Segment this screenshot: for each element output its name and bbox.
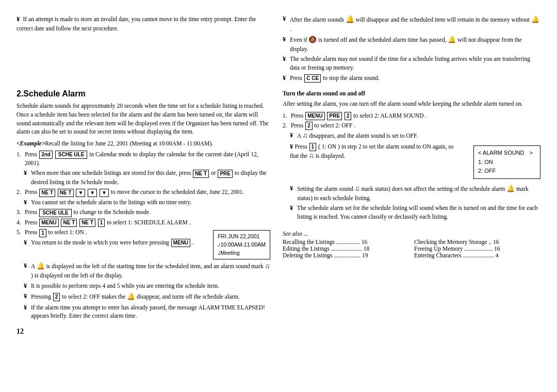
step-2-text: Press NE T NE T ▼ ▼ ▼ to move the cursor… [25, 188, 244, 197]
cce-key: C CE [304, 74, 321, 83]
top-right-bullet1: ¥ After the alarm sounds 🔔 will disappea… [283, 14, 540, 34]
step-5-area: 5. Press 1 to select 1: ON . ¥ You retur… [17, 228, 270, 262]
key-1: 1 [98, 219, 105, 227]
right-bullet-1: ¥ A ♫ disappears, and the alarm sound is… [283, 131, 540, 141]
alarm-sound-title: < ALARM SOUND > [478, 149, 533, 158]
key-down3: ▼ [100, 189, 109, 197]
right-steps: 1. Press MENU PRE 2 to select 2: ALARM S… [283, 111, 540, 221]
right-step-1: 1. Press MENU PRE 2 to select 2: ALARM S… [283, 111, 540, 120]
alarm-item2: 2: OFF [478, 167, 533, 176]
key-1b: 1 [39, 229, 46, 237]
ref-row-0: Recalling the Listings ................ … [283, 239, 409, 245]
reference-table: Recalling the Listings ................ … [283, 239, 540, 258]
key-schedule2: SCHE ULE [39, 209, 72, 217]
turn-on-off-body: After setting the alarm, you can turn of… [283, 100, 540, 108]
alarm-box-row: ¥ Press 1 ( 1: ON ) in step 2 to set the… [290, 142, 540, 182]
step-5-text: Press 1 to select 1: ON . [25, 228, 87, 237]
ref-label-2: Deleting the Listings .................. [283, 252, 361, 258]
main-columns: 2.Schedule Alarm Schedule alarm sounds f… [17, 89, 540, 382]
top-right-text2: Even if 🔕 is turned off and the schedule… [290, 35, 540, 54]
alarm-sound-display-box: < ALARM SOUND > 1: ON 2: OFF [473, 145, 540, 179]
key-menu: MENU [39, 219, 58, 227]
top-right-text4: Press C CE to stop the alarm sound. [290, 74, 540, 83]
top-right-text3: The schedule alarm may not sound if the … [290, 55, 540, 72]
ref-num-0: 16 [362, 239, 368, 245]
right-step-1-text: Press MENU PRE 2 to select 2: ALARM SOUN… [291, 111, 427, 120]
key-2nd: 2nd [39, 151, 53, 159]
right-column: Turn the alarm sound on and off After se… [278, 89, 540, 382]
box-line3: ♩Meeting [218, 249, 266, 257]
example-text: Recall the listing for June 22, 2001 (Me… [45, 140, 213, 146]
section-title: 2.Schedule Alarm [17, 89, 270, 99]
top-note: ¥ If an attempt is made to store an inva… [17, 14, 540, 84]
key-net4: NE T [61, 219, 77, 227]
bullet-perform-steps: ¥ It is possible to perform steps 4 and … [17, 282, 270, 290]
top-note-right: ¥ After the alarm sounds 🔔 will disappea… [278, 14, 540, 84]
right-bullet-3: ¥ Setting the alarm sound ♫ mark status)… [283, 184, 540, 203]
ref-row-3: Checking the Memory Storage .. 16 [414, 239, 540, 245]
top-right-bullet3: ¥ The schedule alarm may not sound if th… [283, 55, 540, 72]
turn-on-off-title: Turn the alarm sound on and off [283, 89, 540, 98]
bullet-more-listings: ¥ When more than one schedule listings a… [17, 169, 270, 186]
ref-label-5: Entering Characters ....................… [414, 252, 499, 258]
key-down2: ▼ [88, 189, 97, 197]
ref-num-1: 18 [364, 246, 370, 252]
ref-row-1: Editing the Listings ...................… [283, 246, 409, 252]
key-net2: NE T [39, 189, 55, 197]
step-5: 5. Press 1 to select 1: ON . ¥ You retur… [17, 228, 194, 249]
page-number: 12 [17, 328, 270, 336]
ref-label-4: Freeing Up Memory ................... 16 [414, 246, 500, 252]
bullet-pressing-2: ¥ Pressing 2 to select 2: OFF makes the … [17, 292, 270, 302]
bullet-elapsed: ¥ If the alarm time you attempt to enter… [17, 303, 270, 320]
key-menu3: MENU [305, 112, 324, 120]
key-down1: ▼ [76, 189, 85, 197]
key-pre: PRE [218, 170, 233, 178]
bullet-no-time: ¥ You cannot set the schedule alarm to t… [17, 198, 270, 207]
see-also-label: See also ... [283, 231, 540, 237]
ref-label-0: Recalling the Listings ................ [283, 239, 360, 245]
left-column: 2.Schedule Alarm Schedule alarm sounds f… [17, 89, 278, 382]
bullet-return-mode: ¥ You return to the mode in which you we… [17, 238, 194, 247]
step-2: 2. Press NE T NE T ▼ ▼ ▼ to move the cur… [17, 188, 270, 197]
right-bullet-4: ¥ The schedule alarm set for the schedul… [283, 204, 540, 221]
top-right-bullet4: ¥ Press C CE to stop the alarm sound. [283, 74, 540, 83]
right-bullet-2-text: ¥ Press 1 ( 1: ON ) in step 2 to set the… [290, 142, 458, 161]
right-step-2-text: Press 2 to select 2: OFF . [291, 121, 355, 130]
step-3: 3. Press SCHE ULE to change to the Sched… [17, 208, 270, 217]
ref-num-2: 19 [362, 252, 368, 258]
yen-bullet-top-left: ¥ [17, 15, 20, 23]
see-also-section: See also ... Recalling the Listings ....… [283, 231, 540, 258]
right-step-2: 2. Press 2 to select 2: OFF . [283, 121, 540, 130]
top-right-bullet2: ¥ Even if 🔕 is turned off and the schedu… [283, 35, 540, 54]
bullet-bell-displayed: ¥ A 🔔 is displayed on the left of the st… [17, 262, 270, 280]
key-1c: 1 [309, 143, 317, 151]
key-net3: NE T [58, 189, 74, 197]
step-1: 1. Press 2nd SCHE ULE in Calendar mode t… [17, 150, 270, 168]
alarm-item1: 1: ON [478, 158, 533, 167]
key-2c: 2 [305, 122, 313, 130]
ref-label-1: Editing the Listings ...................… [283, 246, 362, 252]
top-right-text1: After the alarm sounds 🔔 will disappear … [290, 14, 540, 34]
step-4-text: Press MENU NE T NE T 1 to select 1: SCHE… [25, 218, 191, 227]
step-1-text: Press 2nd SCHE ULE in Calendar mode to d… [25, 150, 270, 168]
page: ¥ If an attempt is made to store an inva… [0, 0, 557, 392]
ref-row-5: Entering Characters ....................… [414, 252, 540, 258]
key-2: 2 [53, 293, 60, 301]
example-label: <Example> [17, 140, 45, 146]
key-menu2: MENU [171, 239, 190, 247]
ref-row-2: Deleting the Listings ..................… [283, 252, 409, 258]
steps-left: 1. Press 2nd SCHE ULE in Calendar mode t… [17, 150, 270, 320]
key-net5: NE T [79, 219, 95, 227]
step-3-text: Press SCHE ULE to change to the Schedule… [25, 208, 151, 217]
step-4: 4. Press MENU NE T NE T 1 to select 1: S… [17, 218, 270, 227]
ref-row-4: Freeing Up Memory ................... 16 [414, 246, 540, 252]
section-body: Schedule alarm sounds for approximately … [17, 102, 270, 136]
ref-label-3: Checking the Memory Storage .. 16 [414, 239, 499, 245]
key-schedule: SCHE ULE [55, 151, 88, 159]
key-net: NE T [193, 170, 209, 178]
key-pre: PRE [327, 112, 342, 120]
example-line: <Example>Recall the listing for June 22,… [17, 139, 270, 148]
top-note-left-text: If an attempt is made to store an invali… [17, 16, 256, 31]
top-note-left: ¥ If an attempt is made to store an inva… [17, 14, 278, 84]
key-2b: 2 [345, 112, 352, 120]
